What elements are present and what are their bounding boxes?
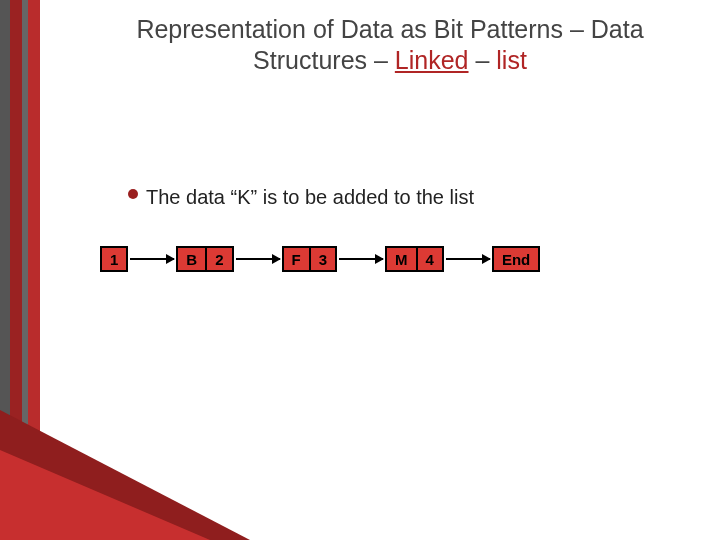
node-pointer: 4 <box>418 248 442 270</box>
linked-list-diagram: 1 B 2 F 3 M 4 End <box>100 246 540 272</box>
title-part2: – <box>469 46 497 74</box>
title-accent-list: list <box>496 46 527 74</box>
bullet-item: The data “K” is to be added to the list <box>128 186 474 209</box>
list-node-3: M 4 <box>385 246 444 272</box>
head-pointer-node: 1 <box>100 246 128 272</box>
node-data: B <box>178 248 205 270</box>
head-value: 1 <box>102 248 126 270</box>
arrow-icon <box>339 258 383 260</box>
end-label: End <box>494 248 538 270</box>
arrow-icon <box>130 258 174 260</box>
corner-wedge-light <box>0 450 210 540</box>
node-data: M <box>387 248 416 270</box>
list-node-2: F 3 <box>282 246 338 272</box>
bullet-text: The data “K” is to be added to the list <box>146 186 474 209</box>
bullet-dot-icon <box>128 189 138 199</box>
list-node-1: B 2 <box>176 246 233 272</box>
arrow-icon <box>446 258 490 260</box>
end-node: End <box>492 246 540 272</box>
node-pointer: 2 <box>207 248 231 270</box>
arrow-icon <box>236 258 280 260</box>
title-part1: Representation of Data as Bit Patterns –… <box>136 15 643 74</box>
title-accent-linked: Linked <box>395 46 469 74</box>
slide-title: Representation of Data as Bit Patterns –… <box>100 14 680 77</box>
node-pointer: 3 <box>311 248 335 270</box>
node-data: F <box>284 248 309 270</box>
